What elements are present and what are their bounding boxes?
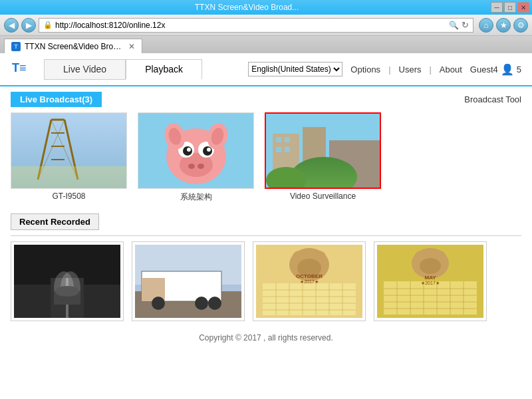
- svg-point-22: [198, 164, 204, 169]
- main-content: Live Broadcast(3) Broadcast Tool: [0, 86, 532, 354]
- lock-icon: 🔒: [43, 21, 53, 29]
- tab-close-button[interactable]: ✕: [128, 42, 135, 51]
- svg-point-44: [55, 286, 79, 297]
- username: Guest4: [470, 65, 498, 74]
- svg-rect-59: [263, 283, 356, 315]
- tab-bar: T TTXN Screen&Video Broad... ✕: [0, 36, 532, 53]
- svg-point-19: [187, 148, 191, 152]
- app-container: T≡ Live Video Playback English(United St…: [0, 53, 532, 354]
- svg-point-53: [208, 297, 221, 310]
- app-nav-tabs: Live Video Playback: [44, 59, 202, 80]
- live-section-header: Live Broadcast(3) Broadcast Tool: [11, 92, 521, 107]
- video-thumbnail-2[interactable]: [138, 112, 254, 189]
- live-section-title: Live Broadcast(3): [11, 92, 102, 107]
- titlebar-title: TTXN Screen&Video Broad...: [3, 3, 491, 12]
- tab-playback[interactable]: Playback: [126, 59, 202, 80]
- recorded-item[interactable]: MAY ★2017★: [374, 241, 487, 321]
- app-header-right: English(United States) Options | Users |…: [248, 62, 521, 76]
- svg-text:★2017★: ★2017★: [300, 279, 319, 284]
- video-thumbnail-1[interactable]: [11, 112, 127, 189]
- about-link[interactable]: About: [440, 65, 462, 74]
- svg-text:★2017★: ★2017★: [421, 281, 440, 285]
- recorded-thumbnail-1[interactable]: [14, 245, 120, 318]
- browser-tab[interactable]: T TTXN Screen&Video Broad... ✕: [4, 39, 142, 53]
- svg-point-21: [188, 164, 195, 169]
- address-bar: 🔒 🔍 ↻: [39, 18, 473, 33]
- video-label-2: 系統架构: [180, 192, 212, 203]
- close-button[interactable]: ✕: [517, 2, 529, 13]
- app-header: T≡ Live Video Playback English(United St…: [0, 53, 532, 86]
- live-video-item[interactable]: 系統架构: [138, 112, 254, 203]
- recorded-thumbnail-2[interactable]: [135, 245, 241, 318]
- recent-section: Recent Recorded: [11, 213, 521, 321]
- tab-label: TTXN Screen&Video Broad...: [25, 42, 124, 51]
- titlebar-controls: ─ □ ✕: [491, 2, 529, 13]
- browser-nav: ◀ ▶ 🔒 🔍 ↻ ⌂ ★ ⚙: [0, 15, 532, 36]
- recent-section-title: Recent Recorded: [11, 213, 99, 230]
- recorded-item[interactable]: [11, 241, 124, 321]
- recorded-thumbnail-3[interactable]: OCTOBER ★2017★: [256, 245, 362, 318]
- back-button[interactable]: ◀: [4, 18, 19, 33]
- user-info: Guest4 👤 5: [470, 63, 521, 76]
- live-video-item[interactable]: Video Surveillance: [265, 112, 381, 203]
- options-link[interactable]: Options: [350, 65, 380, 74]
- users-link[interactable]: Users: [399, 65, 422, 74]
- forward-button[interactable]: ▶: [21, 18, 36, 33]
- address-input[interactable]: [55, 21, 446, 30]
- recorded-item[interactable]: [132, 241, 245, 321]
- recorded-thumbnail-4[interactable]: MAY ★2017★: [377, 245, 483, 318]
- svg-rect-32: [285, 137, 290, 142]
- svg-point-51: [152, 297, 165, 310]
- language-select[interactable]: English(United States): [248, 62, 342, 76]
- tab-live-video[interactable]: Live Video: [44, 59, 126, 80]
- svg-text:T≡: T≡: [12, 61, 27, 74]
- user-count: 5: [517, 65, 521, 74]
- recorded-grid: OCTOBER ★2017★: [11, 241, 521, 321]
- svg-text:OCTOBER: OCTOBER: [296, 273, 323, 279]
- video-thumbnail-3[interactable]: [265, 112, 381, 189]
- search-icon: 🔍: [449, 21, 459, 30]
- svg-rect-77: [384, 281, 477, 315]
- tab-icon: T: [11, 42, 21, 51]
- svg-point-76: [420, 258, 441, 274]
- sep1: |: [388, 65, 390, 74]
- svg-text:MAY: MAY: [424, 275, 436, 281]
- user-icon: 👤: [501, 63, 514, 76]
- svg-rect-31: [276, 137, 281, 142]
- restore-button[interactable]: □: [504, 2, 516, 13]
- video-label-3: Video Surveillance: [290, 192, 356, 201]
- recorded-item[interactable]: OCTOBER ★2017★: [253, 241, 366, 321]
- home-button[interactable]: ⌂: [479, 18, 493, 33]
- live-video-grid: GT-I9508: [11, 112, 521, 203]
- app-logo: T≡: [11, 57, 44, 81]
- svg-point-20: [207, 148, 211, 152]
- footer-text: Copyright © 2017 , all rights reserved.: [199, 333, 333, 342]
- svg-rect-33: [276, 147, 281, 152]
- broadcast-tool-link[interactable]: Broadcast Tool: [464, 94, 521, 104]
- refresh-icon[interactable]: ↻: [462, 20, 469, 30]
- live-video-item[interactable]: GT-I9508: [11, 112, 127, 203]
- minimize-button[interactable]: ─: [491, 2, 503, 13]
- sep2: |: [429, 65, 431, 74]
- video-label-1: GT-I9508: [52, 192, 85, 201]
- svg-rect-34: [285, 147, 290, 152]
- footer: Copyright © 2017 , all rights reserved.: [11, 327, 521, 349]
- settings-button[interactable]: ⚙: [513, 18, 528, 33]
- svg-point-52: [195, 297, 208, 310]
- favorites-button[interactable]: ★: [496, 18, 511, 33]
- svg-rect-11: [11, 166, 127, 189]
- titlebar: TTXN Screen&Video Broad... ─ □ ✕: [0, 0, 532, 15]
